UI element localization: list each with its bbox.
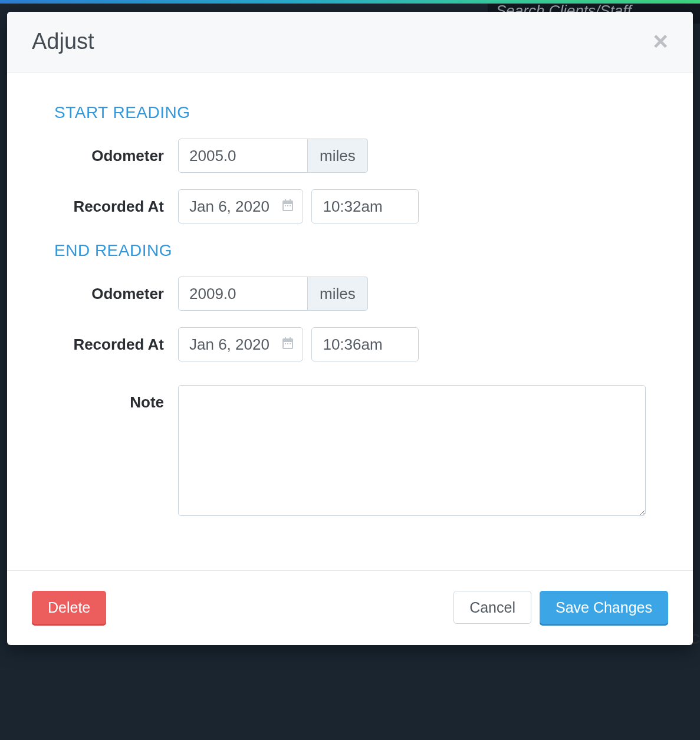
end-odometer-row: Odometer miles [54,277,646,311]
modal-header: Adjust × [7,12,693,73]
start-odometer-row: Odometer miles [54,139,646,173]
start-date-input[interactable] [178,189,303,223]
end-reading-heading: END READING [54,241,646,260]
save-changes-button[interactable]: Save Changes [540,591,668,624]
start-odometer-input[interactable] [178,139,308,173]
end-odometer-group: miles [178,277,368,311]
end-unit-addon: miles [308,277,368,311]
end-odometer-label: Odometer [54,277,178,303]
end-time-input[interactable] [311,327,419,361]
cancel-button[interactable]: Cancel [453,591,531,624]
end-recorded-row: Recorded At [54,327,646,361]
start-recorded-label: Recorded At [54,189,178,216]
modal-title: Adjust [32,29,94,54]
delete-button[interactable]: Delete [32,591,106,624]
end-odometer-input[interactable] [178,277,308,311]
note-label: Note [54,385,178,412]
top-gradient-bar [0,0,700,4]
start-unit-addon: miles [308,139,368,173]
note-row: Note [54,385,646,518]
modal-footer: Delete Cancel Save Changes [7,570,693,645]
end-recorded-label: Recorded At [54,327,178,354]
close-icon[interactable]: × [653,28,668,54]
modal-body: START READING Odometer miles Recorded At [7,73,693,570]
adjust-modal: Adjust × START READING Odometer miles Re… [7,12,693,645]
start-recorded-row: Recorded At [54,189,646,223]
start-odometer-group: miles [178,139,368,173]
start-odometer-label: Odometer [54,139,178,165]
note-textarea[interactable] [178,385,646,516]
start-time-input[interactable] [311,189,419,223]
end-date-input[interactable] [178,327,303,361]
start-reading-heading: START READING [54,103,646,122]
